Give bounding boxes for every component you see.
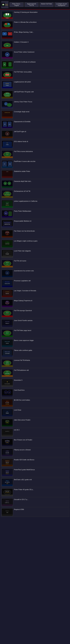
article-item[interactable]: RESPONSABILE MARKETING Responsabile Miet… (1, 219, 69, 228)
svg-text:ROADIE 420: ROADIE 420 (5, 461, 9, 461)
article-item[interactable]: H3 Holdem 3 Giocatori 4 (1, 40, 69, 50)
article-item[interactable]: Poker Poker 45 GRATIS Poker Poker 45 gra… (1, 488, 69, 497)
svg-text:Full Tilt: Full Tilt (6, 192, 9, 193)
article-item[interactable]: 5 NOVEMBRE Novembre 5 (1, 378, 69, 388)
article-item[interactable]: LOCK POKER Lock Poker dai rodgardo (1, 249, 69, 258)
article-item[interactable]: $5.000 NO LIMIT HOLDEM $5.000 No Limit H… (1, 398, 69, 408)
svg-text:Full Tilt: Full Tilt (6, 363, 9, 364)
article-item[interactable]: BANCO CRASE LEGGE Banco crase apporuce l… (1, 338, 69, 348)
svg-text:REGOLA: REGOLA (6, 510, 9, 511)
article-item[interactable]: JD Jeff Duff Fughe di (1, 130, 69, 139)
svg-point-193 (4, 370, 11, 375)
svg-text:ONLINE: ONLINE (6, 202, 9, 203)
svg-text:POKER: POKER (6, 74, 9, 75)
nav-home[interactable]: Poker Tenza – Origine (10, 2, 24, 7)
article-item[interactable]: Jeff Duff POKER Jeff Duff Poker Fill gra… (1, 90, 69, 99)
article-item[interactable]: GIOCATILI in CB 17 p... Giocatili in CB … (1, 498, 69, 507)
svg-text:TABUA VOLIE: TABUA VOLIE (4, 352, 10, 352)
article-item[interactable]: Full Tilt PAGO Full Tilt Poker pago lavo… (1, 328, 69, 338)
svg-text:VOLI: VOLI (6, 264, 8, 264)
svg-text:STATS: STATS (6, 172, 8, 172)
svg-text:NOVEMBRE: NOVEMBRE (4, 383, 10, 384)
article-item[interactable]: TABUA VOLIE CONTHERE Tabua volie conther… (1, 348, 69, 358)
article-item[interactable]: Poker in Ultimate Bar a Ascolture (1, 20, 69, 30)
article-item[interactable]: PROCESSO LEGISLATIVO Processo Legislativ… (1, 279, 69, 288)
article-item[interactable]: Full Tilt DICHIARAZ Dichiarazione di Ful… (1, 189, 69, 199)
article-item[interactable]: S C Garanzia degli Stali club... (1, 180, 69, 189)
svg-text:JAKE DOTS: JAKE DOTS (5, 421, 9, 422)
nav-news[interactable]: Notizie Full Poker (40, 2, 54, 7)
article-title: Lock Poker dai rodgardo (14, 250, 68, 252)
svg-text:Poker Poker: Poker Poker (6, 491, 9, 492)
article-item[interactable]: DOJ FONDI DOJ ottiene fondo di (1, 140, 69, 149)
article-item[interactable]: Full Tilt POKER Full Tilt Poker neva pob… (1, 70, 69, 80)
site-header: POKER Poker Tenza Poker Tenza – Origine … (0, 0, 70, 10)
article-item[interactable]: PokerFlex2 GRATIS BONUS PokerFlex2 grati… (1, 468, 69, 477)
article-item[interactable]: JAKE DOTS FINAL Jake Dots arece Finalici (1, 418, 69, 428)
article-item[interactable]: BON FRIESEN FINAL Bon Friesen non di Fin… (1, 438, 69, 447)
svg-text:45 GRATIS: 45 GRATIS (5, 492, 10, 493)
article-item[interactable]: JOSE GRESH FARELLO Jose Gresh Farello sa… (1, 319, 69, 328)
svg-text:GRALLE: GRALLE (6, 462, 9, 463)
svg-text:POKER: POKER (5, 94, 9, 96)
article-item[interactable]: PP Party Poker Multitavolare (1, 209, 69, 219)
article-title: Full Tilt Poker neva pobka (14, 71, 68, 73)
article-item[interactable]: ROADIE 420 GRALLE BONUS Roadie 420 Grall… (1, 458, 69, 467)
article-item[interactable]: FILIPREP ACCURE STREANI Filiprep accure … (1, 448, 69, 457)
svg-text:H3: H3 (6, 45, 8, 46)
nav-updates[interactable]: Aggiornamenti Full Tilt (24, 2, 39, 7)
svg-text:DICHIARAZ: DICHIARAZ (5, 194, 10, 195)
svg-text:NEW: NEW (6, 154, 8, 155)
article-item[interactable]: PP NEW PartiPoker il nuovo alle vecchie (1, 160, 69, 169)
article-item[interactable]: JC Johnny Chan Poker Focus (1, 100, 69, 109)
svg-rect-34 (2, 67, 13, 69)
svg-text:iP: iP (4, 33, 5, 34)
svg-rect-25 (2, 47, 13, 49)
article-item[interactable]: DIP DON Diparamento di Donkilla (1, 120, 69, 129)
article-item[interactable]: A K Card Dual Arca (1, 388, 69, 398)
article-item[interactable]: Full Tilt AUDIZIONE Full Tilt Audizione … (1, 368, 69, 378)
nav-origin[interactable]: La Origine da per Dopoguerra (54, 2, 68, 7)
article-item[interactable]: SP Scout Poker online Cantononi (1, 50, 69, 60)
svg-point-54 (7, 103, 12, 106)
article-item[interactable]: Full Tilt NEW Full Tilt la nuova dolciss… (1, 150, 69, 159)
article-item[interactable]: nel 20 2 nel 20 2 (1, 428, 69, 438)
article-thumbnail: S C (2, 180, 13, 188)
article-item[interactable]: POKER Gaming S Gaming per Association (1, 10, 69, 20)
article-item[interactable]: LIVEL DRAW Livel Draw (1, 408, 69, 418)
svg-rect-7 (6, 13, 7, 15)
article-item[interactable]: Full Tilt OPEN Full Tilt erpungo Openloc… (1, 309, 69, 318)
article-item[interactable]: STATS Statistiche astale Poker (1, 170, 69, 179)
article-item[interactable]: JUV Juventevene ha corriere volo (1, 269, 69, 278)
svg-rect-266 (2, 504, 13, 506)
article-item[interactable]: LAS VEGAS NEVADA Las Vegas: il arcolare … (1, 289, 69, 298)
svg-text:PP: PP (5, 213, 6, 214)
svg-text:$11 GRATIS: $11 GRATIS (5, 482, 10, 483)
article-title: Bon Friesen non di Finalici (14, 439, 68, 441)
svg-text:$5.000: $5.000 (6, 401, 9, 402)
article-title: Les Miages voglio continua a gara (14, 240, 68, 242)
article-item[interactable]: FAN DWAN ♠ Fan Dwan non hai dimenticato (1, 229, 69, 238)
article-item[interactable]: BetChain $11 GRATIS VRID BetChain a $11 … (1, 478, 69, 487)
svg-text:HOLDEM: HOLDEM (6, 404, 9, 404)
article-item[interactable]: Full Tilt VOLI Full Tilt voli nueve (1, 259, 69, 268)
svg-rect-21 (2, 37, 13, 39)
site-logo[interactable]: POKER Poker Tenza (2, 1, 8, 8)
article-title: Regola di 356t (14, 508, 68, 510)
article-item[interactable]: ONLINE LEGAL California online Legalizza… (1, 199, 69, 209)
article-item[interactable]: LICENZA Full Tilt ARFANTA Licenza Full T… (1, 358, 69, 368)
article-item[interactable]: LEGAL POKER Legalizzazione del poker (1, 80, 69, 89)
article-item[interactable]: REGOLA 356t Regola di 356t (1, 508, 69, 517)
svg-text:JUV: JUV (6, 272, 8, 274)
article-item[interactable]: eC eCOGRA Certificato di software (1, 60, 69, 70)
article-thumbnail: DOJ FONDI (2, 140, 13, 148)
svg-rect-121 (2, 226, 13, 228)
article-item[interactable]: iP MG IPoke, Mega Gaming, Cate... (1, 30, 69, 40)
svg-rect-271 (2, 514, 13, 516)
article-item[interactable]: Les Miages CONTINUA Les Miages voglio co… (1, 239, 69, 248)
article-title: Filiprep accure a Streani (14, 449, 68, 451)
article-title: Las Vegas: il arcolare di Nevada (14, 290, 68, 292)
article-list: POKER Gaming S Gaming per Association Po… (0, 10, 70, 518)
article-item[interactable]: MEGA GATANG Mega Gatang Frapimina di (1, 299, 69, 308)
article-item[interactable]: CRONOLOGIA Cronologie degli avvisi (1, 110, 69, 119)
